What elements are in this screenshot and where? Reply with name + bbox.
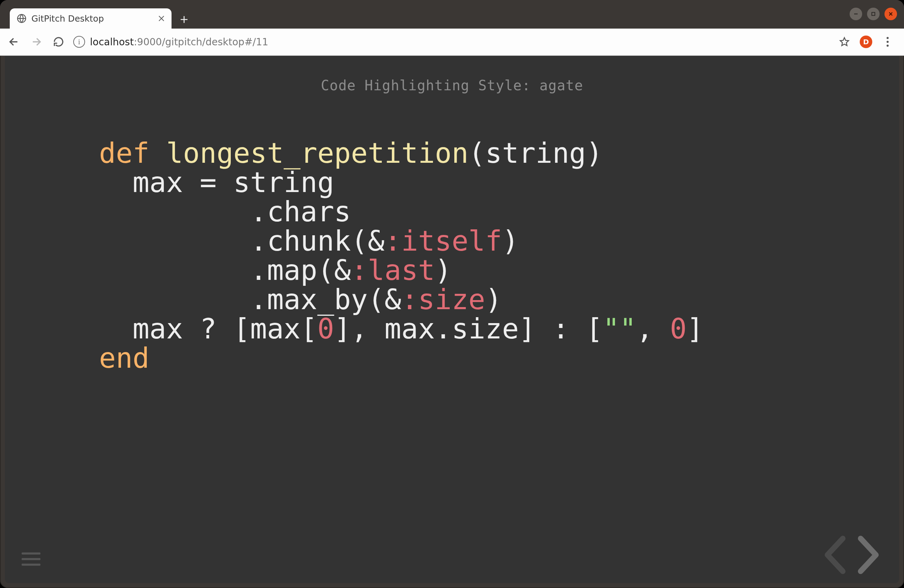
window-minimize-button[interactable] xyxy=(850,8,862,20)
bookmark-star-button[interactable] xyxy=(834,32,855,52)
tab-title: GitPitch Desktop xyxy=(32,14,151,24)
slide-nav xyxy=(822,536,882,574)
omnibox[interactable]: i localhost:9000/gitpitch/desktop#/11 xyxy=(70,36,833,48)
new-tab-button[interactable] xyxy=(175,11,193,28)
avatar-initial: D xyxy=(860,36,872,48)
next-slide-button[interactable] xyxy=(854,536,882,574)
browser-window: GitPitch Desktop xyxy=(0,0,904,588)
slide-title: Code Highlighting Style: agate xyxy=(5,77,899,93)
back-button[interactable] xyxy=(3,32,24,52)
svg-rect-1 xyxy=(872,13,875,16)
slide-menu-button[interactable] xyxy=(22,549,40,569)
code-block: def longest_repetition(string) max = str… xyxy=(99,139,899,373)
browser-tab[interactable]: GitPitch Desktop xyxy=(10,8,172,28)
browser-menu-button[interactable] xyxy=(877,32,898,52)
hamburger-bar-icon xyxy=(22,564,40,566)
window-controls xyxy=(850,8,897,20)
page-viewport: Code Highlighting Style: agate def longe… xyxy=(5,56,899,583)
tab-close-button[interactable] xyxy=(156,13,167,24)
window-close-button[interactable] xyxy=(885,8,897,20)
window-maximize-button[interactable] xyxy=(867,8,880,20)
address-bar: i localhost:9000/gitpitch/desktop#/11 D xyxy=(0,28,904,56)
kebab-dot-icon xyxy=(887,41,889,43)
globe-icon xyxy=(17,14,27,23)
site-info-icon[interactable]: i xyxy=(73,36,85,48)
hamburger-bar-icon xyxy=(22,558,40,560)
kebab-dot-icon xyxy=(887,37,889,39)
reload-button[interactable] xyxy=(48,32,69,52)
hamburger-bar-icon xyxy=(22,552,40,555)
kebab-dot-icon xyxy=(887,44,889,47)
profile-avatar[interactable]: D xyxy=(856,32,876,52)
forward-button[interactable] xyxy=(26,32,47,52)
tab-strip: GitPitch Desktop xyxy=(0,0,904,28)
url-text: localhost:9000/gitpitch/desktop#/11 xyxy=(90,36,269,48)
prev-slide-button[interactable] xyxy=(822,536,850,574)
